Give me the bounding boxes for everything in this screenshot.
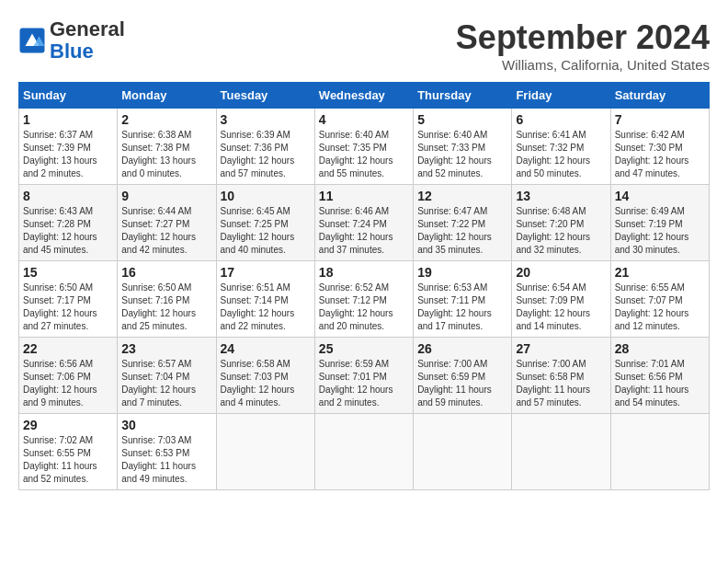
calendar-body: 1 Sunrise: 6:37 AMSunset: 7:39 PMDayligh…	[19, 109, 710, 490]
table-row: 12 Sunrise: 6:47 AMSunset: 7:22 PMDaylig…	[414, 185, 512, 261]
page-header: General Blue September 2024 Williams, Ca…	[18, 18, 710, 73]
day-number: 4	[319, 112, 409, 127]
day-number: 10	[221, 189, 311, 203]
table-row: 16 Sunrise: 6:50 AMSunset: 7:16 PMDaylig…	[118, 261, 216, 338]
day-info: Sunrise: 7:00 AMSunset: 6:59 PMDaylight:…	[417, 358, 507, 409]
day-number: 29	[23, 418, 113, 432]
day-number: 23	[121, 341, 211, 356]
header-friday: Friday	[512, 83, 610, 109]
table-row: 2 Sunrise: 6:38 AMSunset: 7:38 PMDayligh…	[118, 109, 216, 185]
day-number: 15	[23, 265, 113, 280]
header-monday: Monday	[118, 83, 216, 109]
day-info: Sunrise: 6:51 AMSunset: 7:14 PMDaylight:…	[221, 282, 311, 333]
day-info: Sunrise: 6:50 AMSunset: 7:16 PMDaylight:…	[121, 282, 211, 333]
day-info: Sunrise: 6:54 AMSunset: 7:09 PMDaylight:…	[516, 282, 606, 333]
day-info: Sunrise: 6:42 AMSunset: 7:30 PMDaylight:…	[615, 129, 705, 180]
calendar-row: 1 Sunrise: 6:37 AMSunset: 7:39 PMDayligh…	[19, 109, 710, 185]
table-row	[414, 414, 512, 490]
table-row: 8 Sunrise: 6:43 AMSunset: 7:28 PMDayligh…	[19, 185, 118, 261]
table-row: 10 Sunrise: 6:45 AMSunset: 7:25 PMDaylig…	[216, 185, 314, 261]
day-number: 12	[417, 189, 507, 203]
header-wednesday: Wednesday	[314, 83, 413, 109]
day-number: 16	[121, 265, 211, 280]
day-number: 22	[23, 341, 113, 356]
table-row: 3 Sunrise: 6:39 AMSunset: 7:36 PMDayligh…	[216, 109, 314, 185]
day-number: 9	[121, 189, 211, 203]
calendar-row: 8 Sunrise: 6:43 AMSunset: 7:28 PMDayligh…	[19, 185, 710, 261]
day-info: Sunrise: 6:58 AMSunset: 7:03 PMDaylight:…	[221, 358, 311, 409]
day-info: Sunrise: 6:40 AMSunset: 7:33 PMDaylight:…	[417, 129, 507, 180]
month-title: September 2024	[456, 18, 710, 57]
day-info: Sunrise: 6:39 AMSunset: 7:36 PMDaylight:…	[221, 129, 311, 180]
logo-general: General	[50, 17, 125, 40]
day-info: Sunrise: 6:37 AMSunset: 7:39 PMDaylight:…	[23, 129, 113, 180]
table-row: 25 Sunrise: 6:59 AMSunset: 7:01 PMDaylig…	[314, 338, 413, 414]
day-info: Sunrise: 6:49 AMSunset: 7:19 PMDaylight:…	[615, 205, 705, 257]
day-info: Sunrise: 6:43 AMSunset: 7:28 PMDaylight:…	[23, 205, 113, 257]
day-number: 19	[417, 265, 507, 280]
day-number: 27	[516, 341, 606, 356]
table-row: 26 Sunrise: 7:00 AMSunset: 6:59 PMDaylig…	[414, 338, 512, 414]
header-thursday: Thursday	[414, 83, 512, 109]
table-row: 24 Sunrise: 6:58 AMSunset: 7:03 PMDaylig…	[216, 338, 314, 414]
day-number: 18	[319, 265, 409, 280]
table-row	[512, 414, 610, 490]
table-row: 14 Sunrise: 6:49 AMSunset: 7:19 PMDaylig…	[610, 185, 709, 261]
table-row: 15 Sunrise: 6:50 AMSunset: 7:17 PMDaylig…	[19, 261, 118, 338]
day-info: Sunrise: 6:41 AMSunset: 7:32 PMDaylight:…	[516, 129, 606, 180]
header-tuesday: Tuesday	[216, 83, 314, 109]
day-info: Sunrise: 6:48 AMSunset: 7:20 PMDaylight:…	[516, 205, 606, 257]
table-row: 20 Sunrise: 6:54 AMSunset: 7:09 PMDaylig…	[512, 261, 610, 338]
day-number: 8	[23, 189, 113, 203]
table-row: 23 Sunrise: 6:57 AMSunset: 7:04 PMDaylig…	[118, 338, 216, 414]
table-row: 13 Sunrise: 6:48 AMSunset: 7:20 PMDaylig…	[512, 185, 610, 261]
table-row	[216, 414, 314, 490]
table-row: 7 Sunrise: 6:42 AMSunset: 7:30 PMDayligh…	[610, 109, 709, 185]
table-row: 5 Sunrise: 6:40 AMSunset: 7:33 PMDayligh…	[414, 109, 512, 185]
day-number: 5	[417, 112, 507, 127]
table-row: 17 Sunrise: 6:51 AMSunset: 7:14 PMDaylig…	[216, 261, 314, 338]
table-row: 9 Sunrise: 6:44 AMSunset: 7:27 PMDayligh…	[118, 185, 216, 261]
day-number: 24	[221, 341, 311, 356]
day-number: 2	[121, 112, 211, 127]
day-info: Sunrise: 7:00 AMSunset: 6:58 PMDaylight:…	[516, 358, 606, 409]
table-row: 19 Sunrise: 6:53 AMSunset: 7:11 PMDaylig…	[414, 261, 512, 338]
header-saturday: Saturday	[610, 83, 709, 109]
table-row: 28 Sunrise: 7:01 AMSunset: 6:56 PMDaylig…	[610, 338, 709, 414]
table-row: 18 Sunrise: 6:52 AMSunset: 7:12 PMDaylig…	[314, 261, 413, 338]
day-info: Sunrise: 6:57 AMSunset: 7:04 PMDaylight:…	[121, 358, 211, 409]
logo: General Blue	[18, 18, 125, 63]
day-info: Sunrise: 6:50 AMSunset: 7:17 PMDaylight:…	[23, 282, 113, 333]
day-number: 11	[319, 189, 409, 203]
table-row: 11 Sunrise: 6:46 AMSunset: 7:24 PMDaylig…	[314, 185, 413, 261]
calendar-row: 29 Sunrise: 7:02 AMSunset: 6:55 PMDaylig…	[19, 414, 710, 490]
day-number: 14	[615, 189, 705, 203]
table-row: 21 Sunrise: 6:55 AMSunset: 7:07 PMDaylig…	[610, 261, 709, 338]
day-number: 30	[121, 418, 211, 432]
calendar-row: 22 Sunrise: 6:56 AMSunset: 7:06 PMDaylig…	[19, 338, 710, 414]
day-info: Sunrise: 6:47 AMSunset: 7:22 PMDaylight:…	[417, 205, 507, 257]
day-number: 21	[615, 265, 705, 280]
day-info: Sunrise: 6:45 AMSunset: 7:25 PMDaylight:…	[221, 205, 311, 257]
logo-icon	[18, 27, 46, 54]
table-row: 6 Sunrise: 6:41 AMSunset: 7:32 PMDayligh…	[512, 109, 610, 185]
table-row: 4 Sunrise: 6:40 AMSunset: 7:35 PMDayligh…	[314, 109, 413, 185]
day-number: 1	[23, 112, 113, 127]
day-info: Sunrise: 7:03 AMSunset: 6:53 PMDaylight:…	[121, 434, 211, 486]
logo-text: General Blue	[50, 18, 125, 63]
day-number: 28	[615, 341, 705, 356]
day-info: Sunrise: 6:59 AMSunset: 7:01 PMDaylight:…	[319, 358, 409, 409]
day-info: Sunrise: 6:53 AMSunset: 7:11 PMDaylight:…	[417, 282, 507, 333]
day-info: Sunrise: 7:02 AMSunset: 6:55 PMDaylight:…	[23, 434, 113, 486]
day-number: 7	[615, 112, 705, 127]
day-info: Sunrise: 6:46 AMSunset: 7:24 PMDaylight:…	[319, 205, 409, 257]
logo-blue: Blue	[50, 40, 94, 63]
day-number: 25	[319, 341, 409, 356]
table-row: 22 Sunrise: 6:56 AMSunset: 7:06 PMDaylig…	[19, 338, 118, 414]
day-info: Sunrise: 6:38 AMSunset: 7:38 PMDaylight:…	[121, 129, 211, 180]
location-title: Williams, California, United States	[456, 57, 710, 73]
day-number: 20	[516, 265, 606, 280]
day-info: Sunrise: 6:56 AMSunset: 7:06 PMDaylight:…	[23, 358, 113, 409]
day-number: 3	[221, 112, 311, 127]
calendar-header-row: Sunday Monday Tuesday Wednesday Thursday…	[19, 83, 710, 109]
